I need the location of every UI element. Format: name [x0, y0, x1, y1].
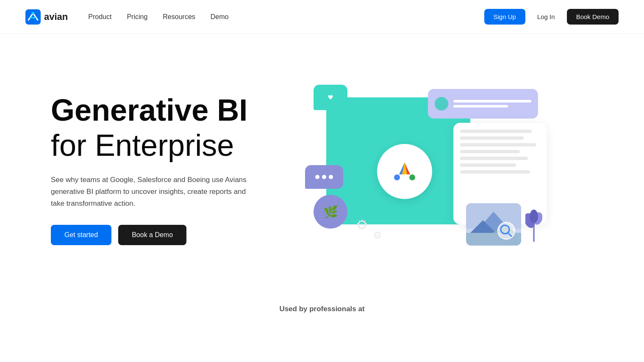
tree-icon: 🌿	[323, 205, 338, 219]
svg-point-17	[530, 210, 538, 223]
gear-icon-small: ⚙	[373, 229, 382, 241]
nav-link-resources[interactable]: Resources	[163, 13, 195, 20]
card-right-line-2	[460, 136, 524, 140]
mountain-svg	[466, 203, 521, 246]
plant-decoration	[525, 208, 542, 246]
nav-link-pricing[interactable]: Pricing	[127, 13, 147, 20]
chat-bubble-dots	[305, 165, 343, 189]
used-by-label: Used by professionals at	[279, 305, 364, 313]
card-top-right	[428, 89, 538, 119]
tree-circle: 🌿	[314, 195, 347, 229]
card-right-line-1	[460, 130, 532, 133]
logo-icon	[25, 9, 41, 25]
card-image	[466, 203, 521, 246]
line-2	[453, 105, 508, 108]
logo[interactable]: avian	[25, 9, 68, 25]
dot-1	[315, 175, 319, 179]
book-demo-nav-button[interactable]: Book Demo	[567, 9, 619, 25]
google-ads-icon	[390, 157, 419, 186]
svg-point-1	[32, 12, 34, 14]
google-ads-circle	[377, 144, 432, 199]
svg-rect-14	[533, 225, 535, 242]
card-right-line-7	[460, 170, 530, 174]
card-right-line-6	[460, 163, 516, 167]
nav-links: Product Pricing Resources Demo	[88, 13, 228, 21]
svg-rect-4	[409, 174, 415, 180]
nav-item-resources[interactable]: Resources	[163, 13, 195, 21]
nav-link-product[interactable]: Product	[88, 13, 111, 20]
nav-link-demo[interactable]: Demo	[211, 13, 229, 20]
used-by-text: Used by professionals at	[0, 296, 644, 326]
nav-item-product[interactable]: Product	[88, 13, 111, 21]
card-lines	[453, 100, 531, 108]
hero-left: Generative BI for Enterprise See why tea…	[51, 94, 254, 246]
hero-illustration: ♥	[254, 80, 593, 258]
line-1	[453, 100, 531, 102]
logo-text: avian	[44, 11, 68, 22]
card-right-line-5	[460, 157, 528, 160]
sign-up-button[interactable]: Sign Up	[484, 9, 525, 25]
hero-subtitle: See why teams at Google, Salesforce and …	[51, 174, 254, 210]
svg-rect-3	[394, 174, 400, 180]
hero-title-light: for Enterprise	[51, 129, 254, 162]
nav-right: Sign Up Log In Book Demo	[484, 9, 619, 25]
card-right-line-4	[460, 150, 520, 153]
gear-icon-large: ⚙	[356, 217, 368, 233]
hero-section: Generative BI for Enterprise See why tea…	[0, 34, 644, 296]
hero-buttons: Get started Book a Demo	[51, 225, 254, 245]
plant-svg	[525, 208, 542, 242]
get-started-button[interactable]: Get started	[51, 225, 111, 245]
dot-2	[322, 175, 326, 179]
nav-item-pricing[interactable]: Pricing	[127, 13, 147, 21]
svg-rect-0	[25, 9, 41, 25]
dot-3	[329, 175, 333, 179]
card-dot	[435, 97, 448, 111]
card-right-line-3	[460, 143, 536, 146]
nav-item-demo[interactable]: Demo	[211, 13, 229, 21]
log-in-button[interactable]: Log In	[530, 9, 562, 25]
hero-title-bold: Generative BI	[51, 94, 254, 127]
illustration-container: ♥	[301, 80, 547, 258]
nav-left: avian Product Pricing Resources Demo	[25, 9, 228, 25]
book-demo-hero-button[interactable]: Book a Demo	[118, 225, 186, 245]
navbar: avian Product Pricing Resources Demo Sig…	[0, 0, 644, 34]
